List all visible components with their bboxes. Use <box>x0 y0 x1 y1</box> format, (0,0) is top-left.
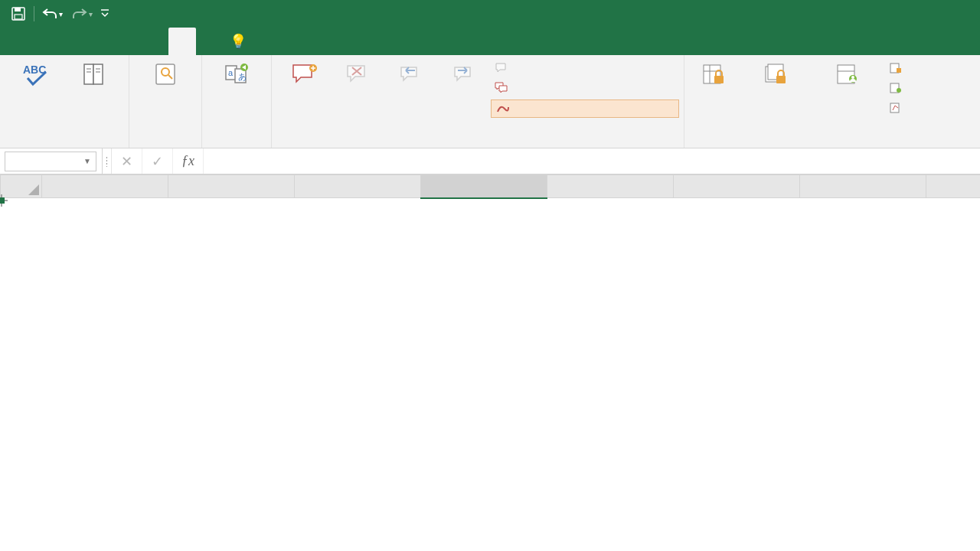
svg-text:a: a <box>228 68 234 77</box>
svg-rect-11 <box>156 64 175 84</box>
protect-workbook-button[interactable] <box>740 57 812 92</box>
lightbulb-icon: 💡 <box>230 33 247 50</box>
delete-comment-button[interactable] <box>333 57 382 92</box>
share-protect-icon <box>888 61 903 75</box>
redo-dropdown-icon[interactable]: ▾ <box>89 10 96 18</box>
show-all-comments-button[interactable] <box>491 80 679 96</box>
thesaurus-icon <box>80 60 110 89</box>
smart-lookup-icon <box>150 60 181 89</box>
col-header-g[interactable] <box>800 175 926 198</box>
group-proofing: ABC <box>3 55 129 148</box>
show-all-comments-icon <box>494 81 509 95</box>
qat-separator <box>34 6 34 21</box>
tab-insert[interactable] <box>58 28 86 55</box>
ribbon-body: ABC <box>0 55 980 148</box>
spelling-icon: ABC <box>20 60 51 89</box>
smart-lookup-button[interactable] <box>132 57 198 92</box>
track-changes-icon <box>888 101 903 115</box>
svg-text:あ: あ <box>238 72 247 81</box>
toggle-comment-button[interactable] <box>491 60 679 77</box>
enter-formula-button[interactable]: ✓ <box>142 148 173 174</box>
group-proofing-label <box>6 144 126 148</box>
group-changes <box>684 55 980 148</box>
svg-rect-26 <box>776 76 786 83</box>
group-comments <box>272 55 684 148</box>
allow-edit-ranges-button[interactable] <box>885 80 975 96</box>
svg-rect-1 <box>15 8 21 11</box>
comments-options <box>489 57 681 118</box>
protect-sheet-icon <box>698 60 729 89</box>
share-protect-button[interactable] <box>885 60 975 77</box>
protect-workbook-icon <box>760 60 791 89</box>
redo-button[interactable]: ▾ <box>66 0 96 28</box>
tab-review[interactable] <box>168 28 196 55</box>
col-header-e[interactable] <box>547 175 674 198</box>
delete-comment-icon <box>342 60 373 89</box>
insert-function-button[interactable]: ƒx <box>173 148 204 174</box>
col-header-b[interactable] <box>168 175 295 198</box>
share-workbook-button[interactable] <box>812 57 884 92</box>
col-header-c[interactable] <box>295 175 421 198</box>
svg-point-30 <box>851 76 854 79</box>
group-insights <box>129 55 202 148</box>
col-header-d[interactable] <box>421 175 547 198</box>
group-insights-label <box>132 144 198 148</box>
show-ink-icon <box>495 102 510 116</box>
next-comment-button[interactable] <box>437 57 489 92</box>
col-header-f[interactable] <box>674 175 800 198</box>
save-button[interactable] <box>5 0 32 28</box>
new-comment-button[interactable] <box>275 57 333 92</box>
spreadsheet-grid[interactable] <box>0 174 980 199</box>
new-comment-icon <box>289 60 319 89</box>
tab-file[interactable] <box>0 28 31 55</box>
undo-button[interactable]: ▾ <box>36 0 66 28</box>
tab-start[interactable] <box>31 28 58 55</box>
formula-input[interactable] <box>204 148 980 174</box>
tab-formulas[interactable] <box>113 28 141 55</box>
group-changes-label <box>688 144 977 148</box>
qat-customize-button[interactable] <box>96 8 114 19</box>
group-language: aあ <box>202 55 272 148</box>
quick-access-toolbar: ▾ ▾ <box>0 0 114 28</box>
svg-rect-6 <box>93 64 103 84</box>
tab-data[interactable] <box>141 28 168 55</box>
svg-rect-5 <box>84 64 93 84</box>
svg-rect-2 <box>15 15 22 19</box>
tab-view[interactable] <box>196 28 224 55</box>
previous-comment-button[interactable] <box>382 57 437 92</box>
svg-rect-32 <box>897 68 901 73</box>
active-cell-border <box>0 199 3 202</box>
next-comment-icon <box>448 60 479 89</box>
titlebar: ▾ ▾ <box>0 0 980 28</box>
translate-button[interactable]: aあ <box>205 57 268 92</box>
show-ink-button[interactable] <box>491 99 679 118</box>
namebox-wrap: ▼ <box>0 148 103 174</box>
col-header-h[interactable] <box>926 175 981 198</box>
cancel-formula-button[interactable]: ✕ <box>112 148 142 174</box>
previous-comment-icon <box>394 60 425 89</box>
spelling-button[interactable]: ABC <box>6 57 64 92</box>
group-comments-label <box>275 144 681 148</box>
share-workbook-icon <box>832 60 863 89</box>
col-header-a[interactable] <box>42 175 168 198</box>
svg-rect-23 <box>714 76 724 83</box>
tab-pagelayout[interactable] <box>86 28 113 55</box>
toggle-comment-icon <box>494 61 509 75</box>
name-box-dropdown-icon[interactable]: ▼ <box>83 157 91 165</box>
name-box[interactable]: ▼ <box>5 152 96 171</box>
translate-icon: aあ <box>221 60 252 89</box>
changes-options <box>884 57 977 116</box>
formula-bar-grip[interactable] <box>103 148 112 174</box>
group-language-label <box>205 144 268 148</box>
thesaurus-button[interactable] <box>64 57 126 92</box>
track-changes-button[interactable] <box>885 99 975 116</box>
svg-point-34 <box>897 88 901 93</box>
undo-dropdown-icon[interactable]: ▾ <box>59 10 66 18</box>
allow-edit-icon <box>888 81 903 95</box>
select-all-corner[interactable] <box>1 175 42 198</box>
protect-sheet-button[interactable] <box>688 57 740 92</box>
formula-bar: ▼ ✕ ✓ ƒx <box>0 148 980 174</box>
ribbon-tabs: 💡 <box>0 28 980 55</box>
tell-me-box[interactable]: 💡 <box>224 28 268 55</box>
